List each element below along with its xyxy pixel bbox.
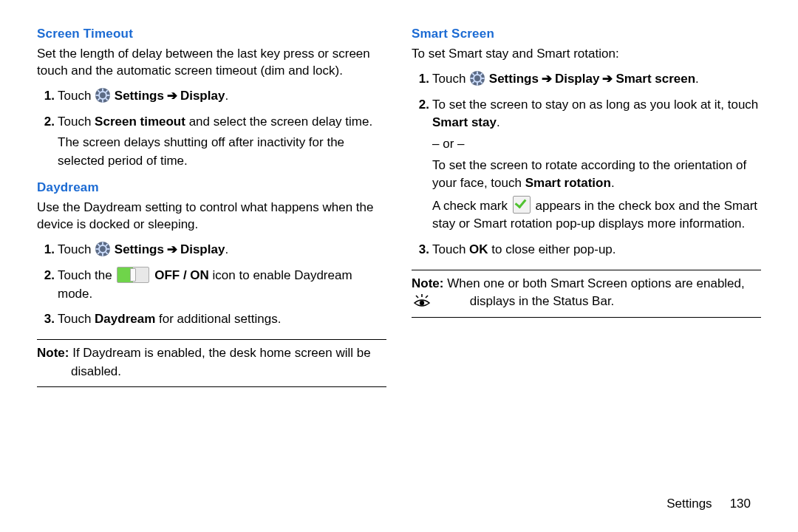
step: Touch Settings➔Display. [56, 87, 386, 106]
checkmark-icon [513, 196, 531, 214]
page: Screen Timeout Set the length of delay b… [0, 0, 798, 532]
step-continuation: The screen delays shutting off after ina… [58, 134, 386, 170]
step-alt: To set the screen to rotate according to… [432, 157, 761, 193]
steps-screen-timeout: Touch Settings➔Display. Touch Screen tim… [37, 87, 386, 171]
toggle-off-on-icon [117, 267, 149, 283]
heading-screen-timeout: Screen Timeout [37, 27, 386, 41]
step: Touch Screen timeout and select the scre… [56, 113, 386, 171]
right-column: Smart Screen To set Smart stay and Smart… [412, 27, 761, 392]
settings-gear-icon [469, 70, 485, 86]
step: Touch Settings➔Display. [56, 241, 386, 259]
page-footer: Settings130 [666, 497, 751, 511]
intro-smart-screen: To set Smart stay and Smart rotation: [412, 46, 761, 63]
intro-screen-timeout: Set the length of delay between the last… [37, 46, 386, 80]
settings-gear-icon [95, 87, 111, 103]
or-separator: – or – [432, 135, 761, 154]
step: Touch the OFF / ON icon to enable Daydre… [56, 267, 386, 303]
steps-daydream: Touch Settings➔Display. Touch the OFF / … [37, 241, 386, 329]
smart-stay-eye-icon [447, 294, 465, 309]
step: To set the screen to stay on as long as … [431, 96, 761, 233]
note-daydream: Note: If Daydream is enabled, the desk h… [37, 344, 386, 381]
footer-chapter: Settings [666, 497, 712, 511]
svg-line-31 [416, 296, 418, 298]
intro-daydream: Use the Daydream setting to control what… [37, 200, 386, 233]
columns: Screen Timeout Set the length of delay b… [37, 27, 761, 392]
step: Touch Settings➔Display➔Smart screen. [431, 70, 761, 89]
note-smart-screen: Note: When one or both Smart Screen opti… [412, 275, 761, 311]
divider [412, 317, 761, 318]
settings-gear-icon [95, 241, 111, 257]
step: Touch Daydream for additional settings. [56, 310, 386, 329]
steps-smart-screen: Touch Settings➔Display➔Smart screen. To … [412, 70, 761, 259]
heading-smart-screen: Smart Screen [412, 27, 761, 41]
divider [37, 339, 386, 340]
divider [37, 386, 386, 387]
left-column: Screen Timeout Set the length of delay b… [37, 27, 386, 392]
svg-line-32 [426, 296, 428, 298]
step: Touch OK to close either pop-up. [431, 241, 761, 259]
svg-point-33 [420, 301, 424, 305]
footer-page-number: 130 [730, 497, 751, 511]
heading-daydream: Daydream [37, 180, 386, 195]
step-checkmark-line: A check mark appears in the check box an… [432, 196, 761, 233]
divider [412, 270, 761, 270]
